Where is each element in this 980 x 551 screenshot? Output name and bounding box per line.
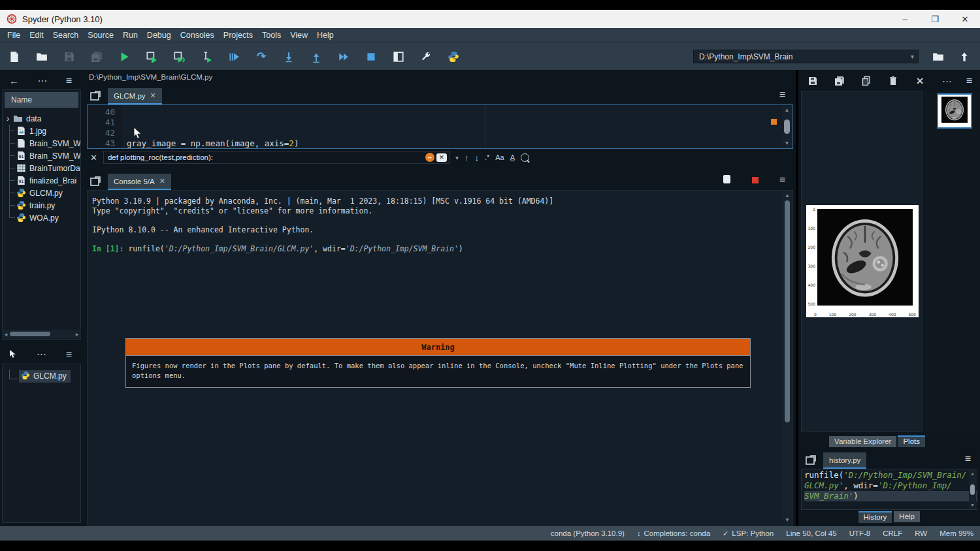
- run-selection-icon[interactable]: [200, 50, 213, 63]
- plot-thumbnail-selected[interactable]: [937, 93, 972, 129]
- files-horizontal-scrollbar[interactable]: ◂ ▸: [2, 330, 81, 338]
- restore-button[interactable]: ❐: [920, 10, 950, 28]
- parent-directory-icon[interactable]: [958, 50, 971, 63]
- menu-run[interactable]: Run: [118, 31, 142, 40]
- step-return-icon[interactable]: [310, 50, 323, 63]
- back-icon[interactable]: ←: [9, 76, 19, 86]
- more-icon[interactable]: ⋯: [37, 349, 46, 360]
- remove-plot-icon[interactable]: [887, 74, 900, 87]
- scrollbar-thumb[interactable]: [970, 484, 975, 495]
- browse-directory-icon[interactable]: [932, 50, 945, 63]
- scroll-up-icon[interactable]: ▲: [785, 107, 790, 113]
- run-cell-advance-icon[interactable]: [172, 50, 186, 63]
- preferences-icon[interactable]: [419, 50, 433, 63]
- file-item-brain-svm-wo[interactable]: Brain_SVM_WO: [7, 137, 80, 150]
- close-tab-icon[interactable]: ✕: [159, 177, 165, 185]
- chevron-down-icon[interactable]: ▾: [911, 53, 918, 60]
- save-all-icon[interactable]: [90, 50, 103, 63]
- plot-canvas-area[interactable]: 0100200300400500 0100200300400500: [801, 91, 923, 432]
- run-cell-icon[interactable]: [145, 50, 158, 63]
- browse-tabs-icon[interactable]: [90, 176, 101, 187]
- menu-consoles[interactable]: Consoles: [176, 31, 219, 40]
- search-history-dropdown-icon[interactable]: ▾: [455, 154, 459, 161]
- menu-search[interactable]: Search: [48, 31, 84, 40]
- more-icon[interactable]: ⋯: [37, 76, 47, 86]
- scrollbar-thumb[interactable]: [784, 119, 790, 134]
- file-item-woa-py[interactable]: WOA.py: [7, 212, 80, 224]
- rerun-cell-icon[interactable]: ↷: [255, 50, 268, 63]
- code-line[interactable]: gray_image = np.mean(image, axis=2): [127, 138, 792, 149]
- file-item-train-py[interactable]: train.py: [7, 199, 80, 212]
- find-previous-icon[interactable]: ↑: [465, 153, 469, 163]
- outline-item-glcm[interactable]: GLCM.py: [3, 370, 80, 383]
- code-area[interactable]: gray_image = np.mean(image, axis=2)gray_…: [122, 105, 792, 148]
- close-tab-icon[interactable]: ✕: [150, 91, 156, 100]
- scrollbar-thumb[interactable]: [785, 200, 790, 422]
- new-file-icon[interactable]: [8, 50, 21, 63]
- step-into-icon[interactable]: [282, 50, 295, 63]
- working-directory-combo[interactable]: D:\Python_Imp\SVM_Brain ▾: [693, 50, 919, 63]
- tab-variable-explorer[interactable]: Variable Explorer: [829, 436, 896, 447]
- close-find-icon[interactable]: ✕: [90, 153, 97, 163]
- save-all-plots-icon[interactable]: [833, 74, 846, 87]
- tab-history[interactable]: History: [858, 511, 892, 523]
- console-options-menu-icon[interactable]: ≡: [779, 174, 785, 186]
- history-options-menu-icon[interactable]: ≡: [965, 453, 971, 465]
- more-icon[interactable]: ⋯: [942, 76, 952, 86]
- file-item-glcm-py[interactable]: GLCM.py: [7, 187, 80, 199]
- menu-file[interactable]: File: [3, 31, 25, 40]
- copy-plot-icon[interactable]: [860, 74, 873, 87]
- menu-source[interactable]: Source: [83, 31, 118, 40]
- menu-edit[interactable]: Edit: [25, 31, 48, 40]
- search-icon[interactable]: [521, 153, 529, 162]
- file-item-data[interactable]: ›data: [7, 112, 80, 125]
- expand-icon[interactable]: ›: [7, 114, 13, 123]
- whole-words-icon[interactable]: A: [510, 153, 515, 161]
- history-scrollbar[interactable]: ▲ ▼: [969, 470, 976, 509]
- browse-tabs-icon[interactable]: [90, 90, 101, 102]
- editor-options-menu-icon[interactable]: ≡: [779, 89, 785, 101]
- plots-options-menu-icon[interactable]: ≡: [966, 75, 972, 87]
- cursor-icon[interactable]: [9, 349, 17, 360]
- tab-glcm-py[interactable]: GLCM.py ✕: [108, 88, 162, 104]
- regex-icon[interactable]: .*: [485, 153, 489, 161]
- editor-pane[interactable]: 40414243 gray_image = np.mean(image, axi…: [87, 104, 793, 149]
- editor-scrollbar[interactable]: ▲ ▼: [782, 106, 792, 148]
- file-item-brain-svm-wo[interactable]: 01Brain_SVM_WO: [7, 150, 80, 162]
- inspect-icon[interactable]: [723, 174, 731, 186]
- stop-icon[interactable]: [365, 50, 378, 63]
- continue-icon[interactable]: [337, 50, 350, 63]
- menu-debug[interactable]: Debug: [142, 31, 176, 40]
- options-menu-icon[interactable]: ≡: [66, 349, 72, 360]
- browse-tabs-icon[interactable]: [805, 454, 817, 466]
- scroll-down-icon[interactable]: ▼: [785, 517, 790, 523]
- file-item-braintumorda[interactable]: BrainTumorDa: [7, 162, 80, 174]
- history-pane[interactable]: runfile('D:/Python_Imp/SVM_Brain/GLCM.py…: [801, 469, 977, 510]
- console-pane[interactable]: Python 3.10.9 | packaged by Anaconda, In…: [87, 190, 793, 526]
- minimize-button[interactable]: –: [890, 10, 920, 28]
- debug-file-icon[interactable]: [227, 50, 240, 63]
- console-scrollbar[interactable]: ▲ ▼: [783, 191, 792, 524]
- remove-all-plots-icon[interactable]: ✕: [913, 74, 926, 87]
- scrollbar-thumb[interactable]: [10, 332, 50, 336]
- tab-plots[interactable]: Plots: [898, 435, 925, 447]
- save-icon[interactable]: [63, 50, 76, 63]
- save-plot-icon[interactable]: [806, 74, 819, 87]
- tab-history-py[interactable]: history.py: [823, 452, 866, 469]
- scroll-left-icon[interactable]: ◂: [2, 331, 10, 338]
- options-menu-icon[interactable]: ≡: [66, 75, 72, 87]
- menu-tools[interactable]: Tools: [257, 31, 286, 40]
- menu-view[interactable]: View: [286, 31, 312, 40]
- find-input[interactable]: [104, 153, 425, 161]
- scroll-up-icon[interactable]: ▲: [970, 471, 975, 476]
- tab-help[interactable]: Help: [894, 511, 920, 522]
- file-item-finalized-brai[interactable]: 01finalized_Brai: [7, 174, 80, 187]
- clear-search-icon[interactable]: ✕: [436, 153, 447, 162]
- find-next-icon[interactable]: ↓: [474, 153, 479, 163]
- menu-projects[interactable]: Projects: [219, 31, 257, 40]
- close-button[interactable]: ✕: [950, 10, 980, 28]
- run-file-icon[interactable]: [118, 50, 131, 63]
- menu-help[interactable]: Help: [312, 31, 338, 40]
- scroll-up-icon[interactable]: ▲: [785, 193, 790, 198]
- scroll-right-icon[interactable]: ▸: [73, 331, 81, 338]
